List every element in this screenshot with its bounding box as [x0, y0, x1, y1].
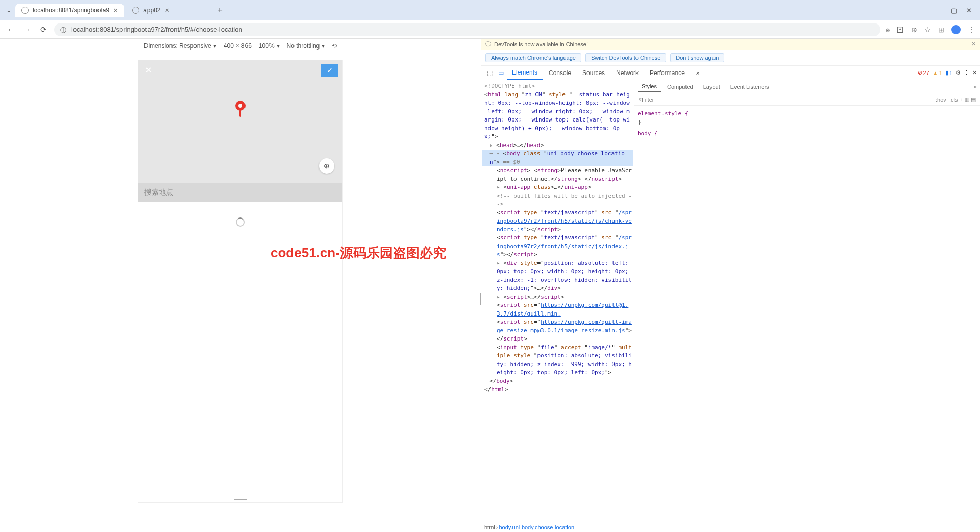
locate-button[interactable]: ⊕: [319, 158, 334, 174]
tab-title: app02: [143, 7, 160, 14]
computed-icon[interactable]: ▤: [971, 96, 976, 103]
styles-panel: Styles Computed Layout Event Listeners »…: [634, 80, 980, 522]
tab-styles[interactable]: Styles: [638, 81, 661, 92]
width-input[interactable]: 400: [224, 42, 234, 50]
dimensions-dropdown[interactable]: Dimensions: Responsive ▾: [144, 42, 216, 50]
throttling-dropdown[interactable]: No throttling ▾: [287, 42, 325, 50]
resize-handle-bottom[interactable]: [234, 499, 247, 501]
map-pin-icon: [234, 100, 247, 120]
zoom-icon[interactable]: ⊕: [911, 26, 917, 34]
cls-toggle[interactable]: .cls: [949, 96, 958, 103]
styles-filter-input[interactable]: [642, 96, 682, 103]
styles-filter-row: ▿ :hov .cls + ▥ ▤: [634, 93, 980, 106]
maximize-icon[interactable]: ▢: [951, 7, 957, 14]
device-toolbar: Dimensions: Responsive ▾ 400 × 866 100% …: [0, 39, 481, 53]
dom-breadcrumb[interactable]: html › body.uni-body.choose-location: [481, 522, 980, 532]
location-icon[interactable]: ⎈: [886, 26, 890, 34]
reload-button[interactable]: ⟳: [38, 24, 49, 35]
browser-toolbar: ← → ⟳ ⓘ localhost:8081/springboota97r2/f…: [0, 20, 980, 39]
address-bar[interactable]: ⓘ localhost:8081/springboota97r2/front/h…: [54, 23, 880, 36]
forward-button[interactable]: →: [21, 24, 33, 35]
resize-handle-right[interactable]: [479, 293, 481, 305]
styles-more-icon[interactable]: »: [973, 83, 977, 90]
device-viewport: ✕ ✓ ⊕ 搜索地点: [138, 60, 342, 502]
lang-match-button[interactable]: Always match Chrome's language: [485, 53, 581, 62]
minimize-icon[interactable]: —: [935, 7, 942, 14]
device-emulation-pane: Dimensions: Responsive ▾ 400 × 866 100% …: [0, 39, 481, 532]
info-count[interactable]: ▮ 1: [945, 69, 952, 76]
tab-computed[interactable]: Computed: [663, 82, 697, 92]
menu-icon[interactable]: ⋮: [968, 26, 975, 34]
dom-tree[interactable]: <!DOCTYPE html> <html lang="zh-CN" style…: [481, 80, 634, 522]
tab-network[interactable]: Network: [611, 67, 644, 79]
lang-switch-button[interactable]: Switch DevTools to Chinese: [585, 53, 666, 62]
tab-console[interactable]: Console: [544, 67, 576, 79]
close-icon[interactable]: ✕: [165, 7, 169, 14]
lang-dismiss-button[interactable]: Don't show again: [670, 53, 724, 62]
map-close-button[interactable]: ✕: [142, 64, 154, 76]
new-tab-button[interactable]: +: [215, 5, 225, 15]
loading-spinner-icon: [236, 217, 245, 227]
menu-icon[interactable]: ⋮: [964, 69, 969, 76]
device-toggle-icon[interactable]: ▭: [496, 69, 506, 77]
globe-icon: [21, 7, 29, 14]
tab-search-button[interactable]: ⌄: [4, 6, 13, 15]
layout-icon[interactable]: ▥: [964, 96, 969, 103]
back-button[interactable]: ←: [5, 24, 16, 35]
close-icon[interactable]: ✕: [113, 7, 118, 14]
url-text: localhost:8081/springboota97r2/front/h5/…: [71, 26, 242, 33]
location-results: [138, 202, 342, 502]
map-confirm-button[interactable]: ✓: [321, 64, 338, 77]
tabs-more-icon[interactable]: »: [691, 67, 705, 79]
warning-count[interactable]: ▲ 1: [933, 70, 942, 76]
password-icon[interactable]: ⚿: [897, 26, 904, 34]
tab-layout[interactable]: Layout: [699, 82, 724, 92]
site-info-icon[interactable]: ⓘ: [60, 26, 67, 33]
tab-sources[interactable]: Sources: [577, 67, 610, 79]
tab-performance[interactable]: Performance: [645, 67, 690, 79]
selected-dom-node[interactable]: ⋯ ▾ <body class="uni-body choose-locatio…: [482, 150, 633, 166]
extensions-icon[interactable]: ⊞: [938, 26, 944, 34]
devtools-main-tabs: ⬚ ▭ Elements Console Sources Network Per…: [481, 66, 980, 80]
gear-icon[interactable]: ⚙: [955, 69, 961, 76]
devtools-language-notice: ⓘ DevTools is now available in Chinese! …: [481, 39, 980, 50]
hov-toggle[interactable]: :hov: [936, 96, 946, 103]
search-location-input[interactable]: 搜索地点: [138, 183, 342, 202]
svg-rect-2: [239, 110, 241, 117]
browser-titlebar: ⌄ localhost:8081/springboota9 ✕ app02 ✕ …: [0, 0, 980, 20]
window-controls: — ▢ ✕: [935, 7, 976, 14]
close-icon[interactable]: ✕: [966, 7, 972, 14]
rotate-icon[interactable]: ⟲: [332, 42, 337, 50]
map-area[interactable]: ✕ ✓ ⊕: [138, 60, 342, 183]
bookmark-icon[interactable]: ☆: [924, 26, 931, 34]
globe-icon: [132, 7, 139, 14]
height-input[interactable]: 866: [241, 42, 252, 50]
new-style-icon[interactable]: +: [959, 96, 962, 103]
profile-avatar[interactable]: [951, 25, 961, 34]
close-icon[interactable]: ✕: [971, 41, 976, 47]
error-count[interactable]: ⊘ 27: [918, 69, 929, 76]
tab-title: localhost:8081/springboota9: [33, 7, 109, 14]
svg-point-1: [238, 104, 242, 108]
styles-rules[interactable]: element.style {}body {</span></div><div …: [634, 106, 980, 522]
close-icon[interactable]: ✕: [972, 69, 977, 76]
browser-tab-1[interactable]: localhost:8081/springboota9 ✕: [15, 4, 124, 17]
info-icon: ⓘ: [485, 40, 491, 48]
devtools-panel: ⓘ DevTools is now available in Chinese! …: [481, 39, 980, 532]
browser-tab-2[interactable]: app02 ✕: [126, 4, 213, 17]
tab-elements[interactable]: Elements: [507, 66, 543, 80]
zoom-dropdown[interactable]: 100% ▾: [259, 42, 280, 50]
tab-event-listeners[interactable]: Event Listeners: [726, 82, 773, 92]
inspect-icon[interactable]: ⬚: [484, 69, 495, 77]
